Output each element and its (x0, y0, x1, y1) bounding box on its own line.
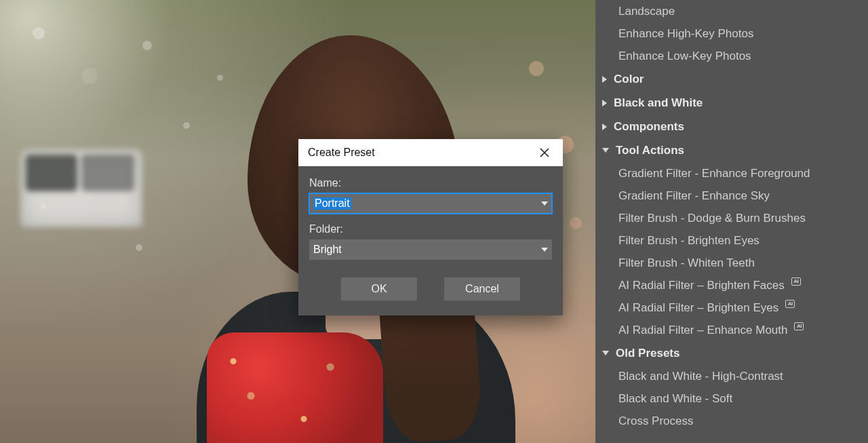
bokeh-dot (81, 68, 98, 84)
subject-scarf (207, 332, 383, 443)
chevron-down-icon (541, 201, 548, 206)
cancel-button-label: Cancel (465, 283, 499, 295)
preset-item[interactable]: Landscape (595, 0, 868, 22)
preset-group-label: Components (614, 121, 684, 132)
preset-group-old-presets[interactable]: Old Presets (595, 341, 868, 365)
dialog-body: Name: Portrait Folder: Bright (298, 166, 563, 265)
preset-item-label: Gradient Filter - Enhance Foreground (618, 168, 810, 179)
preset-item-label: Filter Brush - Brighten Eyes (618, 235, 760, 246)
dialog-buttons: OK Cancel (298, 265, 563, 315)
bokeh-dot (570, 217, 582, 229)
ai-badge-icon: AI (791, 277, 801, 286)
bokeh-dot (183, 122, 190, 129)
bokeh-dot (33, 27, 45, 39)
preset-item[interactable]: AI Radial Filter – Enhance Mouth AI (595, 319, 868, 341)
preset-item-label: Filter Brush - Whiten Teeth (618, 257, 755, 269)
name-label: Name: (309, 177, 552, 189)
preset-group-components[interactable]: Components (595, 115, 868, 138)
preset-item[interactable]: Filter Brush - Dodge & Burn Brushes (595, 207, 868, 229)
preset-item[interactable]: Cross Process (595, 410, 868, 432)
chevron-right-icon (602, 76, 607, 83)
preset-item-label: Gradient Filter - Enhance Sky (618, 190, 770, 201)
presets-panel: Landscape Enhance High-Key Photos Enhanc… (595, 0, 868, 443)
folder-value: Bright (313, 244, 342, 256)
preset-item[interactable]: AI Radial Filter – Brighten Faces AI (595, 274, 868, 296)
preset-group-color[interactable]: Color (595, 67, 868, 91)
preset-item-label: Landscape (618, 5, 675, 17)
preset-item-label: AI Radial Filter – Brighten Faces (618, 280, 785, 291)
chevron-down-icon (602, 351, 609, 355)
preset-group-label: Color (614, 73, 644, 85)
close-button[interactable] (533, 141, 556, 164)
chevron-right-icon (602, 123, 607, 130)
create-preset-dialog: Create Preset Name: Portrait Folder: Bri… (298, 139, 563, 315)
preset-group-label: Black and White (614, 97, 703, 109)
dialog-title: Create Preset (308, 147, 375, 159)
presets-tree: Landscape Enhance High-Key Photos Enhanc… (595, 0, 868, 432)
preset-group-black-and-white[interactable]: Black and White (595, 91, 868, 115)
preset-item-label: Enhance Low-Key Photos (618, 50, 751, 62)
background-van (20, 149, 142, 227)
preset-item[interactable]: Enhance Low-Key Photos (595, 45, 868, 67)
bokeh-dot (136, 244, 142, 251)
name-value: Portrait (313, 197, 351, 210)
preset-item[interactable]: Gradient Filter - Enhance Sky (595, 185, 868, 207)
folder-label: Folder: (309, 223, 552, 235)
chevron-down-icon (541, 248, 548, 252)
bokeh-dot (529, 61, 544, 76)
close-icon (540, 148, 549, 157)
preset-item[interactable]: AI Radial Filter – Brighten Eyes AI (595, 296, 868, 319)
preset-item-label: Cross Process (618, 415, 694, 427)
folder-combobox[interactable]: Bright (309, 239, 552, 260)
ai-badge-icon: AI (794, 322, 804, 330)
chevron-down-icon (602, 148, 609, 153)
preset-group-label: Tool Actions (616, 145, 684, 156)
preset-item[interactable]: Filter Brush - Whiten Teeth (595, 252, 868, 274)
preset-item[interactable]: Black and White - Soft (595, 387, 868, 410)
cancel-button[interactable]: Cancel (444, 277, 520, 301)
preset-item[interactable]: Enhance High-Key Photos (595, 22, 868, 45)
preset-group-label: Old Presets (616, 347, 680, 359)
ai-badge-icon: AI (785, 300, 795, 308)
bokeh-dot (142, 41, 152, 50)
preset-item[interactable]: Filter Brush - Brighten Eyes (595, 229, 868, 252)
preset-item-label: Black and White - Soft (618, 393, 732, 404)
preset-group-tool-actions[interactable]: Tool Actions (595, 138, 868, 162)
name-combobox[interactable]: Portrait (309, 193, 552, 214)
chevron-right-icon (602, 100, 607, 107)
preset-item-label: Enhance High-Key Photos (618, 28, 753, 39)
ok-button-label: OK (371, 283, 387, 295)
preset-item[interactable]: Black and White - High-Contrast (595, 365, 868, 387)
preset-item[interactable]: Gradient Filter - Enhance Foreground (595, 162, 868, 185)
preset-item-label: AI Radial Filter – Enhance Mouth (618, 324, 787, 336)
bokeh-dot (217, 75, 223, 81)
preset-item-label: Filter Brush - Dodge & Burn Brushes (618, 212, 806, 224)
preset-item-label: Black and White - High-Contrast (618, 370, 783, 382)
dialog-titlebar[interactable]: Create Preset (298, 139, 563, 166)
preset-item-label: AI Radial Filter – Brighten Eyes (618, 302, 778, 313)
ok-button[interactable]: OK (341, 277, 417, 301)
